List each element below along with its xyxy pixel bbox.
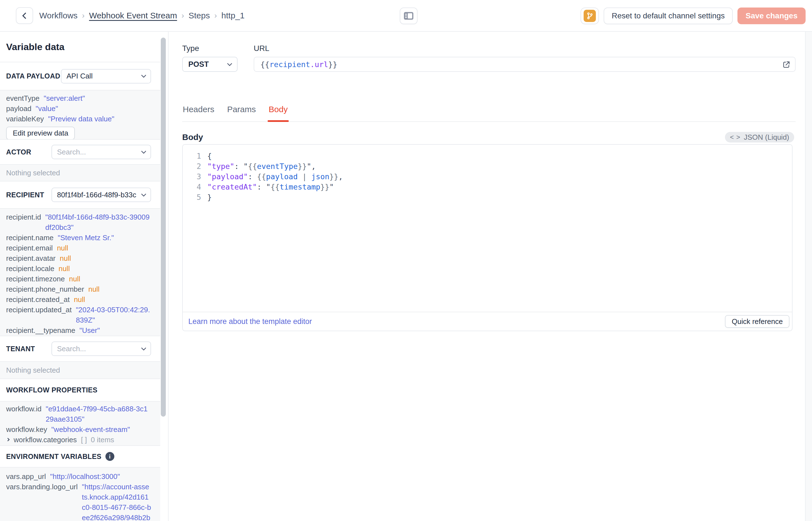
code-line: 1{ <box>185 151 786 161</box>
breadcrumb-item[interactable]: Workflows <box>39 11 78 20</box>
breadcrumb-separator: › <box>214 11 217 20</box>
language-badge[interactable]: < > JSON (Liquid) <box>725 132 794 142</box>
data-payload-select[interactable]: API Call <box>61 69 151 84</box>
reset-channel-settings-button[interactable]: Reset to default channel settings <box>604 7 733 24</box>
breadcrumb-item[interactable]: Webhook Event Stream <box>89 11 177 20</box>
data-payload-row: DATA PAYLOAD API Call <box>0 62 160 90</box>
git-branch-icon <box>583 10 596 22</box>
environment-variables-title: ENVIRONMENT VARIABLES <box>6 453 101 460</box>
tenant-search-select[interactable]: Search... <box>51 341 151 356</box>
kv-row: recipient.name"Steven Metz Sr." <box>6 233 151 243</box>
url-value: {{recipient.url}} <box>260 60 337 69</box>
main-scrollbar-track[interactable] <box>805 32 812 521</box>
code-token: {{ <box>257 172 266 181</box>
recipient-label: RECIPIENT <box>6 191 44 199</box>
environment-variables-heading: ENVIRONMENT VARIABLES <box>0 446 160 468</box>
code-token: : <box>257 183 266 191</box>
kv-key: payload <box>6 104 31 114</box>
code-token: }} <box>297 162 307 171</box>
kv-key: variableKey <box>6 114 44 124</box>
code-token: : <box>248 172 257 181</box>
edit-preview-data-button[interactable]: Edit preview data <box>6 127 75 140</box>
code-token: "createdAt" <box>207 183 257 191</box>
external-link-icon[interactable] <box>782 61 791 70</box>
workflow-properties-title: WORKFLOW PROPERTIES <box>6 386 97 394</box>
body-editor-panel: 1{2"type": "{{eventType}}",3"payload": {… <box>182 144 792 331</box>
recipient-row: RECIPIENT 80f1f4bf-166d-48f9-b33c <box>0 181 160 209</box>
recipient-select[interactable]: 80f1f4bf-166d-48f9-b33c <box>51 187 151 202</box>
chevron-down-icon <box>141 191 146 197</box>
kv-row[interactable]: workflow.categories[ ]0 items <box>6 435 151 445</box>
code-token: "payload" <box>207 172 248 181</box>
kv-key: recipient.email <box>6 243 53 253</box>
code-token: payload <box>266 172 297 181</box>
line-number: 3 <box>185 172 201 182</box>
kv-row: vars.app_url"http://localhost:3000" <box>6 472 151 482</box>
kv-row: recipient.avatarnull <box>6 253 151 264</box>
data-payload-value: API Call <box>67 72 138 81</box>
kv-value: "webhook-event-stream" <box>51 425 130 435</box>
kv-key: recipient.name <box>6 233 54 243</box>
code-line: 3"payload": {{payload | json}}, <box>185 172 786 182</box>
commit-button[interactable] <box>580 7 599 24</box>
line-number: 2 <box>185 161 201 172</box>
kv-value: "server:alert" <box>44 93 85 104</box>
tenant-empty-state: Nothing selected <box>0 362 160 379</box>
code-text: "type": "{{eventType}}", <box>207 161 316 172</box>
kv-row: recipient.created_atnull <box>6 294 151 305</box>
kv-value: "2024-03-05T00:42:29.839Z" <box>76 305 151 325</box>
save-changes-button[interactable]: Save changes <box>737 7 806 24</box>
kv-value: "https://account-assets.knock.app/42d161… <box>82 482 151 521</box>
sidebar-scrollbar-thumb[interactable] <box>161 38 166 417</box>
kv-key: recipient.locale <box>6 264 54 274</box>
code-token: {{ <box>248 162 257 171</box>
sidebar-toggle-button[interactable] <box>400 7 417 24</box>
tab-headers[interactable]: Headers <box>182 104 215 121</box>
kv-row: workflow.key"webhook-event-stream" <box>6 425 151 435</box>
code-token: | <box>297 172 311 181</box>
kv-value: [ ] <box>81 435 87 445</box>
workflow-kv-list: workflow.id"e91ddae4-7f99-45cb-a688-3c12… <box>6 404 151 445</box>
back-button[interactable] <box>16 7 33 24</box>
code-line: 2"type": "{{eventType}}", <box>185 161 786 172</box>
kv-row: recipient.timezonenull <box>6 274 151 284</box>
kv-key: recipient.phone_number <box>6 284 84 294</box>
actor-search-select[interactable]: Search... <box>51 145 151 159</box>
code-token: , <box>338 172 343 181</box>
environment-variables-band: vars.app_url"http://localhost:3000"vars.… <box>0 468 160 521</box>
kv-value: null <box>60 253 71 264</box>
quick-reference-button[interactable]: Quick reference <box>725 315 789 328</box>
recipient-kv-list: recipient.id"80f1f4bf-166d-48f9-b33c-390… <box>6 212 151 336</box>
url-input[interactable]: {{recipient.url}} <box>254 57 795 72</box>
actor-search-placeholder: Search... <box>57 148 138 156</box>
kv-row: recipient.__typename"User" <box>6 325 151 336</box>
kv-row: recipient.id"80f1f4bf-166d-48f9-b33c-390… <box>6 212 151 233</box>
url-token: }} <box>328 60 337 69</box>
language-badge-label: JSON (Liquid) <box>744 133 789 142</box>
url-token: url <box>315 60 328 69</box>
kv-key: recipient.updated_at <box>6 305 72 315</box>
method-value: POST <box>188 60 209 69</box>
kv-key: eventType <box>6 93 40 104</box>
kv-key: recipient.timezone <box>6 274 65 284</box>
breadcrumb-item: http_1 <box>221 11 244 20</box>
template-editor-docs-link[interactable]: Learn more about the template editor <box>188 317 312 326</box>
tab-body[interactable]: Body <box>268 104 288 121</box>
code-editor[interactable]: 1{2"type": "{{eventType}}",3"payload": {… <box>183 145 792 312</box>
kv-value: "value" <box>35 104 58 114</box>
kv-value: "Steven Metz Sr." <box>58 233 114 243</box>
method-select[interactable]: POST <box>182 57 238 72</box>
body-section-header: Body < > JSON (Liquid) <box>182 132 794 142</box>
kv-value: "80f1f4bf-166d-48f9-b33c-39009df20bc3" <box>45 212 151 233</box>
breadcrumb-item[interactable]: Steps <box>189 11 210 20</box>
breadcrumb-separator: › <box>82 11 85 20</box>
request-tabs: HeadersParamsBody <box>182 104 795 122</box>
data-payload-label: DATA PAYLOAD <box>6 72 61 80</box>
actor-empty-state: Nothing selected <box>0 165 160 181</box>
info-icon[interactable] <box>105 452 114 461</box>
environment-kv-list: vars.app_url"http://localhost:3000"vars.… <box>6 472 151 521</box>
code-token: "type" <box>207 162 235 171</box>
kv-key: workflow.key <box>6 425 47 435</box>
tab-params[interactable]: Params <box>226 104 256 121</box>
code-token: " <box>243 162 248 171</box>
